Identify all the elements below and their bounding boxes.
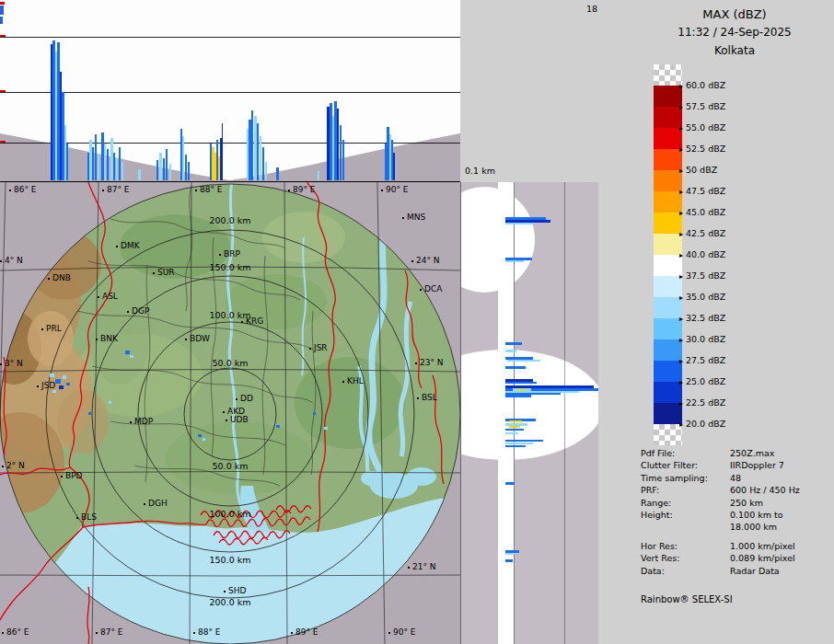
echo-column <box>138 169 141 180</box>
echo-column <box>166 149 168 180</box>
metadata-row: 18.000 km <box>641 521 829 533</box>
echo-column <box>92 147 94 180</box>
metadata-label: Hor Res: <box>641 540 730 552</box>
legend-label: ▸37.5 dBZ <box>679 270 725 281</box>
metadata-label: Pdf File: <box>641 447 730 459</box>
echo-column <box>182 136 184 180</box>
city-label: PRL <box>41 324 62 333</box>
range-ring-label: 200.0 km <box>210 597 251 607</box>
colorbar-block <box>654 382 682 403</box>
echo-column <box>116 158 118 180</box>
echo-column <box>169 164 171 180</box>
metadata-value: 0.100 km to <box>730 509 829 521</box>
echo-column <box>156 160 158 180</box>
range-ring-label: 150.0 km <box>210 262 251 272</box>
colorbar-block <box>654 213 682 234</box>
metadata-value: 250Z.max <box>730 447 829 459</box>
echo-row <box>505 342 522 345</box>
echo-column <box>318 171 319 180</box>
range-ring-label: 200.0 km <box>210 215 251 225</box>
echo-row <box>505 482 515 485</box>
metadata-value: 18.000 km <box>730 521 829 533</box>
echo-column <box>163 158 165 180</box>
colorbar-block <box>654 403 682 424</box>
metadata-value: 1.000 km/pixel <box>730 540 829 552</box>
legend-label: ▸47.5 dBZ <box>679 186 725 196</box>
echo-column <box>260 136 261 180</box>
legend-label: ▸20.0 dBZ <box>679 419 725 429</box>
legend-label: ▸30.0 dBZ <box>679 334 725 344</box>
latitude-label: 2° N <box>2 461 25 470</box>
metadata-row: Time sampling:48 <box>641 472 829 484</box>
metadata-value: 48 <box>730 472 829 484</box>
side-panel-echoes <box>461 182 598 644</box>
metadata-row: Vert Res:0.089 km/pixel <box>641 552 829 564</box>
legend-label: ▸22.5 dBZ <box>679 397 725 408</box>
colorbar-block <box>654 276 682 297</box>
range-ring-label: 100.0 km <box>210 509 251 519</box>
radar-product-screen: 18.0 km <box>0 0 834 644</box>
longitude-label: 86° E <box>9 185 37 194</box>
side-cross-section-panel <box>460 182 598 644</box>
city-label: ASL <box>98 292 118 301</box>
latitude-label: 21° N <box>408 562 436 571</box>
echo-column <box>276 167 279 180</box>
city-label: SUR <box>153 268 175 277</box>
colorbar-block <box>654 234 682 255</box>
city-label: SHD <box>224 586 246 595</box>
echo-row <box>505 366 526 369</box>
longitude-label: 87° E <box>102 185 130 194</box>
city-label: MDP <box>130 417 153 426</box>
metadata-row: Height:0.100 km to <box>641 509 829 521</box>
legend-label: ▸52.5 dBZ <box>679 144 725 154</box>
latitude-label: 24° N <box>411 256 440 265</box>
metadata-rows: Pdf File:250Z.maxClutter Filter:IIRDoppl… <box>641 447 829 577</box>
colorbar-block <box>654 255 682 276</box>
city-label: BDW <box>185 334 210 343</box>
echo-row <box>505 559 513 562</box>
longitude-label: 89° E <box>288 185 316 194</box>
colorbar-block <box>654 191 682 213</box>
echo-row <box>505 432 518 434</box>
echo-row <box>505 350 516 352</box>
longitude-label: 90° E <box>381 185 409 194</box>
metadata-row: Range:250 km <box>641 497 829 509</box>
legend-label: ▸50 dBZ <box>679 165 717 175</box>
city-label: BSL <box>417 393 437 402</box>
echo-row <box>505 223 533 224</box>
range-ring-label: 50.0 km <box>213 461 249 471</box>
colorbar-block <box>654 297 682 318</box>
echo-column <box>98 155 99 180</box>
echo-row <box>509 426 520 428</box>
echo-column <box>262 147 264 180</box>
echo-row <box>505 395 531 397</box>
legend-label: ▸55.0 dBZ <box>679 122 725 132</box>
city-label: JSD <box>37 381 55 390</box>
echo-column <box>393 153 395 180</box>
colorbar-block <box>654 318 682 339</box>
metadata-value: IIRDoppler 7 <box>730 459 829 471</box>
echo-column <box>66 144 68 180</box>
legend-label: ▸42.5 dBZ <box>679 228 725 238</box>
echo-column <box>342 140 344 180</box>
city-label: BPD <box>61 471 83 480</box>
legend-panel: MAX (dBZ) 11:32 / 24-Sep-2025 Kolkata ▸6… <box>598 0 834 644</box>
metadata-row: Data:Radar Data <box>641 565 829 577</box>
city-label: DD <box>236 394 253 403</box>
echo-row <box>505 260 524 262</box>
metadata-label: Range: <box>641 497 730 509</box>
colorbar-checker-bottom <box>654 424 682 445</box>
echo-column <box>265 162 267 180</box>
city-label: BNK <box>96 334 118 343</box>
legend-label: ▸45.0 dBZ <box>679 207 725 217</box>
city-label: DMK <box>116 241 140 250</box>
metadata-label <box>641 521 730 533</box>
longitude-label: 90° E <box>388 627 416 637</box>
colorbar <box>654 64 682 445</box>
legend-label: ▸27.5 dBZ <box>679 355 725 365</box>
echo-column <box>159 153 162 180</box>
colorbar-block <box>654 128 682 149</box>
city-label: DCA <box>420 284 442 293</box>
product-datetime: 11:32 / 24-Sep-2025 <box>635 26 834 39</box>
colorbar-block <box>654 361 682 382</box>
